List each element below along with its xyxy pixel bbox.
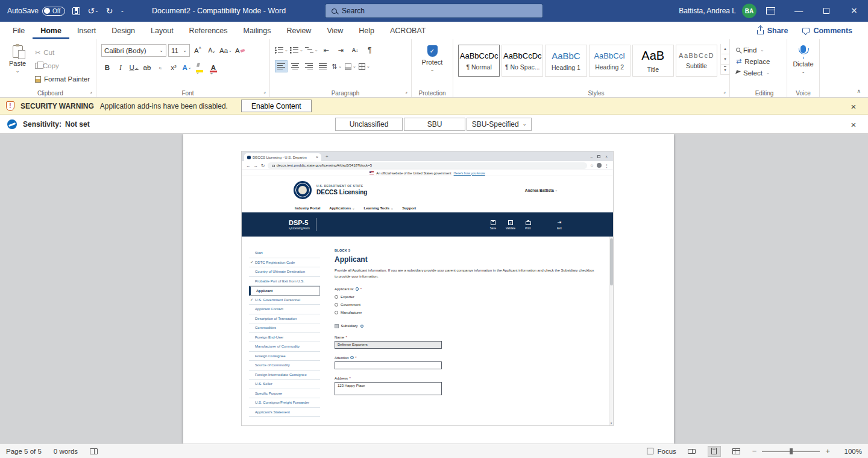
style-card-normal[interactable]: AaBbCcDc ¶ Normal xyxy=(458,45,500,77)
url-field[interactable]: deccs.test.pmddtc.state.gov/licensing/#/… xyxy=(268,162,587,169)
cut-button[interactable]: Cut xyxy=(33,46,92,59)
enable-content-button[interactable]: Enable Content xyxy=(241,100,312,112)
zoom-in-button[interactable] xyxy=(825,447,830,456)
clear-formatting-button[interactable] xyxy=(234,45,246,57)
bullets-button[interactable] xyxy=(275,44,288,56)
exit-form-button[interactable]: Exit xyxy=(556,220,562,230)
copy-button[interactable]: Copy xyxy=(33,60,92,72)
replace-button[interactable]: Replace xyxy=(736,56,787,67)
form-nav-item-specific-purpose[interactable]: Specific Purpose xyxy=(249,389,320,399)
form-nav-item-foreign-intermediate-consignee[interactable]: Foreign Intermediate Consignee xyxy=(249,371,320,380)
browser-menu-icon[interactable] xyxy=(605,163,609,168)
protect-button[interactable]: Protect xyxy=(412,39,453,72)
form-nav-item-applicant-contact[interactable]: Applicant Contact xyxy=(249,305,320,314)
nav-industry-portal[interactable]: Industry Portal xyxy=(295,206,320,210)
browser-maximize-icon[interactable] xyxy=(597,155,600,158)
redo-icon[interactable] xyxy=(106,7,113,15)
autosave-toggle[interactable]: AutoSave Off xyxy=(7,7,65,16)
tab-home[interactable]: Home xyxy=(33,22,69,39)
undo-button[interactable] xyxy=(87,7,98,15)
style-card-no-spacing[interactable]: AaBbCcDc ¶ No Spac... xyxy=(502,45,543,77)
styles-scroll-up-button[interactable] xyxy=(721,44,729,54)
tab-mailings[interactable]: Mailings xyxy=(236,22,279,39)
browser-profile-icon[interactable] xyxy=(597,163,602,168)
font-family-select[interactable]: Calibri (Body) xyxy=(101,44,166,57)
zoom-slider-thumb[interactable] xyxy=(790,448,793,454)
autosave-switch[interactable]: Off xyxy=(42,7,65,16)
align-right-button[interactable] xyxy=(303,60,315,72)
tab-review[interactable]: Review xyxy=(278,22,319,39)
checkbox-icon[interactable] xyxy=(335,324,339,328)
shading-button[interactable] xyxy=(344,60,357,72)
styles-scroll-down-button[interactable] xyxy=(721,54,729,65)
nav-applications[interactable]: Applications xyxy=(329,206,354,210)
form-nav-item-ddtc-registration-code[interactable]: DDTC Registration Code xyxy=(249,258,320,268)
zoom-percent[interactable]: 100% xyxy=(839,448,862,455)
styles-more-button[interactable] xyxy=(721,65,729,75)
nav-learning-tools[interactable]: Learning Tools xyxy=(364,206,394,210)
radio-icon[interactable] xyxy=(335,311,338,314)
address-input[interactable]: 123 Happy Place xyxy=(335,382,442,395)
form-nav-item-foreign-end-user[interactable]: Foreign End-User xyxy=(249,333,320,343)
user-name[interactable]: Battista, Andrea L xyxy=(679,7,736,15)
font-size-select[interactable]: 11 xyxy=(168,44,190,57)
tab-help[interactable]: Help xyxy=(351,22,382,39)
minimize-button[interactable]: — xyxy=(785,0,813,22)
search-box[interactable]: Search xyxy=(325,4,543,18)
word-count[interactable]: 0 words xyxy=(54,448,78,455)
radio-government[interactable]: Government xyxy=(335,303,600,307)
sensitivity-option-sbu[interactable]: SBU xyxy=(404,118,465,131)
focus-button[interactable]: Focus xyxy=(647,448,676,455)
read-mode-button[interactable] xyxy=(685,446,699,457)
account-menu[interactable]: Andrea Battista xyxy=(525,188,558,192)
tab-close-icon[interactable] xyxy=(316,155,318,159)
highlight-color-button[interactable] xyxy=(194,62,206,74)
share-button[interactable]: Share xyxy=(757,27,788,35)
document-canvas[interactable]: DECCS Licensing - U.S. Departm – × xyxy=(0,134,868,444)
forward-icon[interactable] xyxy=(254,163,259,168)
gov-banner-link[interactable]: Here's how you know xyxy=(454,171,485,175)
grow-font-button[interactable] xyxy=(192,45,204,57)
show-formatting-marks-button[interactable] xyxy=(363,44,376,56)
text-effects-button[interactable] xyxy=(181,62,193,74)
form-nav-item-foreign-consignee[interactable]: Foreign Consignee xyxy=(249,352,320,361)
increase-indent-button[interactable] xyxy=(335,44,347,56)
attention-input[interactable] xyxy=(335,361,442,369)
form-nav-item-source-of-commodity[interactable]: Source of Commodity xyxy=(249,361,320,371)
sort-button[interactable] xyxy=(349,44,362,56)
form-nav-item-us-government-personnel[interactable]: U.S. Government Personnel xyxy=(249,296,320,305)
change-case-button[interactable] xyxy=(219,45,232,57)
print-layout-button[interactable] xyxy=(708,446,721,457)
line-spacing-button[interactable] xyxy=(330,60,343,72)
tab-references[interactable]: References xyxy=(181,22,236,39)
save-icon[interactable] xyxy=(72,7,80,15)
select-button[interactable]: Select xyxy=(736,67,787,78)
reload-icon[interactable] xyxy=(261,163,265,168)
multilevel-list-button[interactable] xyxy=(305,44,318,56)
close-icon[interactable] xyxy=(848,119,860,129)
tab-design[interactable]: Design xyxy=(104,22,143,39)
ribbon-display-options-icon[interactable] xyxy=(766,7,775,14)
style-card-title[interactable]: AaB Title xyxy=(632,45,674,77)
tab-acrobat[interactable]: ACROBAT xyxy=(382,22,434,39)
web-layout-button[interactable] xyxy=(730,446,743,457)
form-nav-item-us-consignor-freight-forwarder[interactable]: U.S. Consignor/Freight Forwarder xyxy=(249,398,320,408)
borders-button[interactable] xyxy=(358,60,371,72)
style-card-heading-1[interactable]: AaBbC Heading 1 xyxy=(545,45,587,77)
radio-exporter[interactable]: Exporter xyxy=(335,295,600,299)
form-nav-item-applicant[interactable]: Applicant xyxy=(249,286,320,296)
tab-view[interactable]: View xyxy=(319,22,351,39)
style-card-heading-2[interactable]: AaBbCcI Heading 2 xyxy=(589,45,631,77)
strikethrough-button[interactable] xyxy=(141,62,153,74)
print-form-button[interactable]: Print xyxy=(525,220,531,230)
page-indicator[interactable]: Page 5 of 5 xyxy=(6,448,42,455)
form-nav-item-applicants-statement[interactable]: Applicant's Statement xyxy=(249,408,320,418)
save-form-button[interactable]: Save xyxy=(490,220,496,230)
radio-manufacturer[interactable]: Manufacturer xyxy=(335,311,600,314)
paste-button[interactable]: Paste xyxy=(2,39,33,97)
form-nav-item-manufacturer-of-commodity[interactable]: Manufacturer of Commodity xyxy=(249,342,320,352)
bookmark-star-icon[interactable] xyxy=(590,163,594,168)
sensitivity-option-sbu-specified[interactable]: SBU-Specified xyxy=(467,118,532,131)
tab-layout[interactable]: Layout xyxy=(143,22,181,39)
info-icon[interactable] xyxy=(356,287,359,291)
